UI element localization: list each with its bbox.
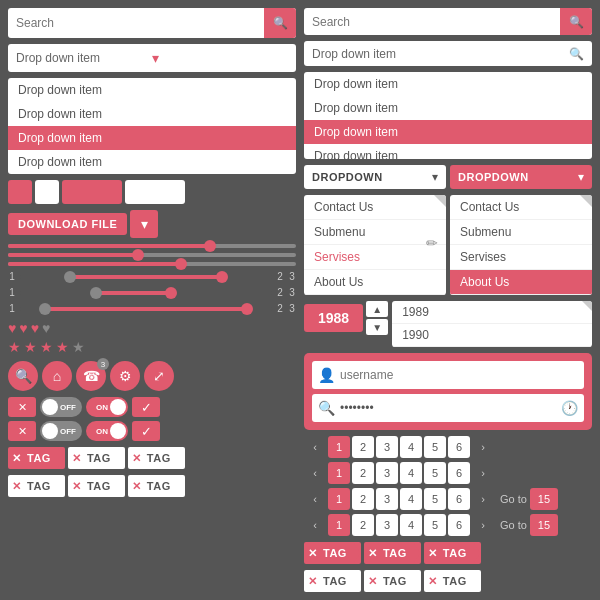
close-button-1[interactable]: ✕ [8,397,36,417]
settings-icon-button[interactable]: ⚙ [110,361,140,391]
spinner-list-item-2[interactable]: 1990 [392,324,592,347]
tag-2[interactable]: ✕ TAG [68,447,125,469]
right-tag-2[interactable]: ✕ TAG [364,542,421,564]
page-btn-2-4[interactable]: 4 [400,462,422,484]
next-arrow-3[interactable]: › [472,488,494,510]
page-btn-4-4[interactable]: 4 [400,514,422,536]
list-item[interactable]: Drop down item [304,144,592,159]
list-item[interactable]: Drop down item [8,78,296,102]
spinner-list-item-1[interactable]: 1989 [392,301,592,324]
next-arrow[interactable]: › [472,436,494,458]
tag-1[interactable]: ✕ TAG [8,447,65,469]
password-field[interactable]: 🔍 🕐 [312,394,584,422]
check-button-2[interactable]: ✓ [132,421,160,441]
white-square-button[interactable] [35,180,59,204]
goto-input[interactable] [530,488,558,510]
page-btn-5[interactable]: 5 [424,436,446,458]
page-btn-2-2[interactable]: 2 [352,462,374,484]
star-icon-4[interactable]: ★ [56,339,69,355]
heart-icon-2[interactable]: ♥ [19,320,27,336]
dropdown-button-1[interactable]: DROPDOWN ▾ [304,165,446,189]
page-btn-3-6[interactable]: 6 [448,488,470,510]
right-search-bar[interactable]: 🔍 [304,8,592,35]
page-btn-4-3[interactable]: 3 [376,514,398,536]
toggle-on-1[interactable]: ON [86,397,128,417]
page-btn-2-6[interactable]: 6 [448,462,470,484]
username-field[interactable]: 👤 [312,361,584,389]
page-btn-3-4[interactable]: 4 [400,488,422,510]
download-button[interactable]: DOWNLOAD FILE [8,213,127,235]
star-icon-3[interactable]: ★ [40,339,53,355]
tag-5[interactable]: ✕ TAG [68,475,125,497]
nav-item-services-1[interactable]: Servises [304,245,446,270]
star-icon-1[interactable]: ★ [8,339,21,355]
expand-icon-button[interactable]: ⤢ [144,361,174,391]
page-btn-4-1[interactable]: 1 [328,514,350,536]
check-button-1[interactable]: ✓ [132,397,160,417]
nav-item-contact-2[interactable]: Contact Us [450,195,592,220]
download-arrow-button[interactable]: ▾ [130,210,158,238]
dropdown-button-2[interactable]: DROPDOWN ▾ [450,165,592,189]
star-icon-2[interactable]: ★ [24,339,37,355]
heart-icon-1[interactable]: ♥ [8,320,16,336]
star-icon-5[interactable]: ★ [72,339,85,355]
page-btn-6[interactable]: 6 [448,436,470,458]
tag-3[interactable]: ✕ TAG [128,447,185,469]
spinner-down[interactable]: ▼ [366,319,388,335]
list-item[interactable]: Drop down item [8,150,296,174]
left-search-bar[interactable]: 🔍 [8,8,296,38]
prev-arrow-3[interactable]: ‹ [304,488,326,510]
list-item-active[interactable]: Drop down item [304,120,592,144]
heart-icon-4[interactable]: ♥ [42,320,50,336]
nav-item-submenu-2[interactable]: Submenu [450,220,592,245]
list-item[interactable]: Drop down item [304,72,592,96]
next-arrow-2[interactable]: › [472,462,494,484]
page-btn-3[interactable]: 3 [376,436,398,458]
list-item[interactable]: Drop down item [304,96,592,120]
search-icon-button[interactable]: 🔍 [8,361,38,391]
page-btn-3-1[interactable]: 1 [328,488,350,510]
toggle-off-1[interactable]: OFF [40,397,82,417]
nav-item-about-1[interactable]: About Us [304,270,446,295]
page-btn-4-2[interactable]: 2 [352,514,374,536]
prev-arrow[interactable]: ‹ [304,436,326,458]
nav-item-services-2[interactable]: Servises [450,245,592,270]
left-search-button[interactable]: 🔍 [264,8,296,38]
close-button-2[interactable]: ✕ [8,421,36,441]
prev-arrow-2[interactable]: ‹ [304,462,326,484]
nav-item-submenu-1[interactable]: Submenu [304,220,446,245]
page-btn-3-2[interactable]: 2 [352,488,374,510]
username-input[interactable] [340,368,578,382]
left-dropdown-select[interactable]: Drop down item ▾ [8,44,296,72]
password-input[interactable] [340,401,556,415]
page-btn-2[interactable]: 2 [352,436,374,458]
nav-item-contact-1[interactable]: Contact Us [304,195,446,220]
home-icon-button[interactable]: ⌂ [42,361,72,391]
right-search-input[interactable] [304,15,560,29]
nav-item-about-2[interactable]: About Us [450,270,592,295]
right-tag-3[interactable]: ✕ TAG [424,542,481,564]
heart-icon-3[interactable]: ♥ [31,320,39,336]
tag-4[interactable]: ✕ TAG [8,475,65,497]
page-btn-2-3[interactable]: 3 [376,462,398,484]
page-btn-4[interactable]: 4 [400,436,422,458]
pink-square-button[interactable] [8,180,32,204]
pink-rect-button[interactable] [62,180,122,204]
page-btn-3-3[interactable]: 3 [376,488,398,510]
page-btn-2-5[interactable]: 5 [424,462,446,484]
white-rect-button[interactable] [125,180,185,204]
prev-arrow-4[interactable]: ‹ [304,514,326,536]
page-btn-4-5[interactable]: 5 [424,514,446,536]
right-tag-5[interactable]: ✕ TAG [364,570,421,592]
page-btn-3-5[interactable]: 5 [424,488,446,510]
next-arrow-4[interactable]: › [472,514,494,536]
spinner-value[interactable]: 1988 [304,304,363,332]
right-dropdown-select[interactable]: Drop down item 🔍 [304,41,592,66]
list-item-active[interactable]: Drop down item [8,126,296,150]
right-tag-6[interactable]: ✕ TAG [424,570,481,592]
right-tag-4[interactable]: ✕ TAG [304,570,361,592]
tag-6[interactable]: ✕ TAG [128,475,185,497]
toggle-on-2[interactable]: ON [86,421,128,441]
left-search-input[interactable] [8,16,264,30]
phone-icon-button[interactable]: ☎ 3 [76,361,106,391]
